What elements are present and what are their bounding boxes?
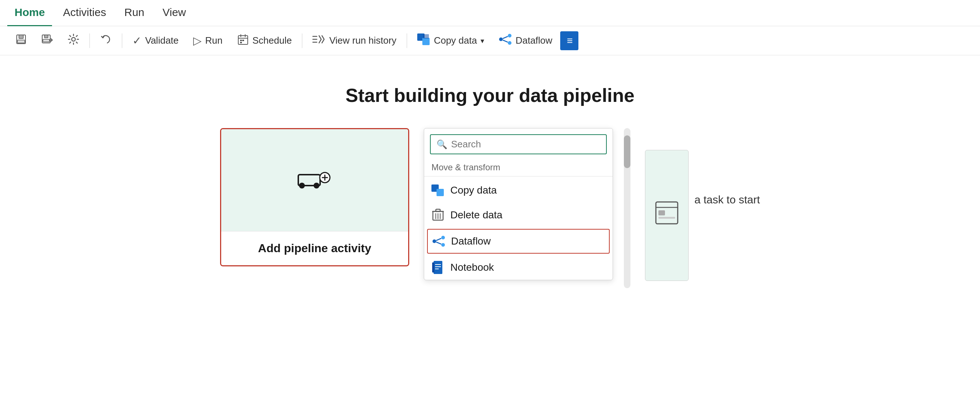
scrollbar-track[interactable] xyxy=(624,128,630,288)
svg-point-40 xyxy=(433,239,436,243)
nav-tab-home[interactable]: Home xyxy=(7,0,52,26)
svg-rect-52 xyxy=(659,210,665,215)
svg-rect-2 xyxy=(18,40,25,43)
right-hint-area: a task to start xyxy=(645,128,760,281)
svg-rect-53 xyxy=(659,217,675,219)
svg-rect-4 xyxy=(45,35,48,38)
svg-point-22 xyxy=(508,41,511,45)
view-run-history-button[interactable]: View run history xyxy=(306,30,403,51)
scrollbar-thumb xyxy=(624,136,630,168)
page-title: Start building your data pipeline xyxy=(345,85,635,106)
copy-data-button[interactable]: Copy data ▾ xyxy=(411,30,491,51)
svg-point-26 xyxy=(299,183,305,188)
more-button[interactable]: ≡ xyxy=(560,31,578,50)
nav-tab-view[interactable]: View xyxy=(155,0,193,26)
pipeline-add-icon xyxy=(296,167,333,193)
copy-data-menu-label: Copy data xyxy=(450,185,497,196)
menu-item-notebook[interactable]: Notebook xyxy=(424,255,612,280)
save-as-icon xyxy=(41,33,53,48)
menu-item-copy-data[interactable]: Copy data xyxy=(424,178,612,202)
delete-data-menu-label: Delete data xyxy=(450,209,503,221)
menu-item-delete-data[interactable]: Delete data xyxy=(424,202,612,227)
svg-rect-11 xyxy=(240,40,242,41)
delete-data-icon xyxy=(431,209,444,222)
panel-container: 🔍 Move & transform Copy data xyxy=(424,128,630,288)
svg-line-44 xyxy=(436,242,441,244)
run-icon: ▷ xyxy=(193,34,202,47)
calendar-icon xyxy=(237,33,249,48)
nav-tab-activities[interactable]: Activities xyxy=(56,0,113,26)
svg-line-43 xyxy=(436,238,441,241)
divider-1 xyxy=(89,33,90,48)
schedule-label: Schedule xyxy=(253,35,292,46)
svg-rect-5 xyxy=(43,39,49,42)
svg-rect-1 xyxy=(19,35,23,38)
validate-icon: ✓ xyxy=(132,34,142,47)
run-history-icon xyxy=(312,34,326,47)
undo-icon xyxy=(100,33,112,48)
svg-point-20 xyxy=(499,37,503,41)
toolbar: ✓ Validate ▷ Run Schedule xyxy=(0,26,980,55)
dataflow-button[interactable]: Dataflow xyxy=(492,30,559,51)
search-input[interactable] xyxy=(451,139,600,150)
svg-line-23 xyxy=(503,37,508,38)
divider-4 xyxy=(407,33,407,48)
svg-rect-36 xyxy=(436,209,440,211)
schedule-button[interactable]: Schedule xyxy=(231,30,298,51)
copy-data-menu-icon xyxy=(431,184,444,197)
copy-data-icon xyxy=(417,33,430,48)
section-label: Move & transform xyxy=(424,160,612,177)
svg-point-6 xyxy=(72,37,75,41)
undo-button[interactable] xyxy=(94,30,118,51)
run-label: Run xyxy=(205,35,223,46)
activity-card-label: Add pipeline activity xyxy=(221,231,408,265)
nav-tab-run[interactable]: Run xyxy=(117,0,152,26)
dataflow-menu-label: Dataflow xyxy=(451,236,491,247)
run-button[interactable]: ▷ Run xyxy=(187,30,229,51)
dropdown-panel: 🔍 Move & transform Copy data xyxy=(424,128,613,280)
svg-rect-45 xyxy=(434,261,442,274)
activity-card-top xyxy=(221,129,408,231)
view-run-history-label: View run history xyxy=(329,35,396,46)
dataflow-icon xyxy=(499,33,512,48)
main-content: Start building your data pipeline xyxy=(0,55,980,405)
svg-point-21 xyxy=(508,34,511,37)
search-icon: 🔍 xyxy=(436,139,447,150)
svg-point-42 xyxy=(441,243,445,247)
partial-card-icon xyxy=(654,200,679,231)
svg-point-27 xyxy=(313,183,320,188)
svg-line-24 xyxy=(503,40,508,42)
svg-rect-19 xyxy=(423,34,429,38)
dataflow-label: Dataflow xyxy=(515,35,552,46)
svg-rect-33 xyxy=(436,189,444,196)
search-box[interactable]: 🔍 xyxy=(430,134,607,154)
add-pipeline-activity-card[interactable]: Add pipeline activity xyxy=(220,128,409,266)
settings-button[interactable] xyxy=(61,30,86,51)
svg-rect-18 xyxy=(422,38,430,45)
copy-data-label: Copy data xyxy=(434,35,477,46)
menu-item-dataflow[interactable]: Dataflow xyxy=(427,229,610,254)
right-hint-text: a task to start xyxy=(694,194,760,206)
cards-container: Add pipeline activity 🔍 Move & transform xyxy=(220,128,760,288)
notebook-icon xyxy=(431,261,444,274)
top-nav: Home Activities Run View xyxy=(0,0,980,26)
dataflow-menu-icon xyxy=(432,235,445,248)
validate-label: Validate xyxy=(145,35,178,46)
save-icon xyxy=(15,33,27,48)
notebook-menu-label: Notebook xyxy=(450,261,494,273)
svg-rect-13 xyxy=(240,42,242,43)
save-button[interactable] xyxy=(9,30,33,51)
divider-3 xyxy=(302,33,302,48)
save-as-button[interactable] xyxy=(35,30,60,51)
validate-button[interactable]: ✓ Validate xyxy=(126,30,185,51)
svg-rect-12 xyxy=(242,40,244,41)
gear-icon xyxy=(68,33,79,48)
svg-rect-46 xyxy=(432,262,434,273)
svg-point-41 xyxy=(441,236,445,239)
divider-2 xyxy=(122,33,122,48)
copy-data-dropdown-icon: ▾ xyxy=(480,37,484,45)
